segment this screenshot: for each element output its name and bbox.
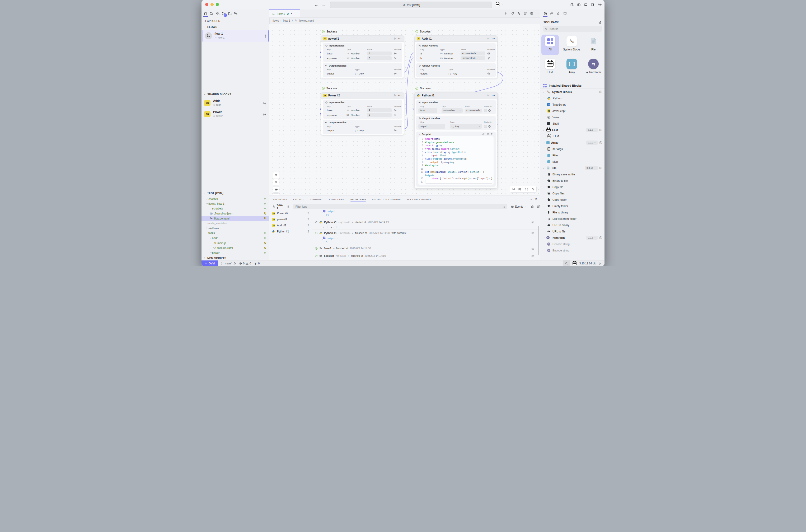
info-icon[interactable]: ⓘ bbox=[599, 236, 602, 240]
account-chevron-icon[interactable] bbox=[501, 4, 503, 6]
activity-key-icon[interactable] bbox=[234, 11, 238, 16]
value-field[interactable]: <connected> bbox=[461, 52, 485, 55]
category-system-blocks[interactable]: System Blocks bbox=[563, 36, 580, 51]
handle-row-output[interactable]: output {..}Any bbox=[418, 124, 494, 129]
node-addr1[interactable]: JS Addr #1 ··· Input Handles KeyTypeValu… bbox=[414, 35, 498, 79]
node-addr1-header[interactable]: JS Addr #1 ··· bbox=[415, 36, 497, 42]
category-llm[interactable]: LLM bbox=[541, 59, 559, 74]
block-encode-string[interactable]: ⇆Encode string bbox=[540, 247, 604, 253]
tree-item-tasks[interactable]: tasks bbox=[202, 231, 269, 235]
comment-icon[interactable] bbox=[531, 248, 534, 250]
log-scrollbar[interactable] bbox=[538, 226, 539, 255]
node-more-icon[interactable]: ··· bbox=[398, 94, 402, 97]
log-node-power2[interactable]: JS Power #22 bbox=[269, 210, 312, 216]
log-node-power1[interactable]: JS power#12 bbox=[269, 216, 312, 223]
block-url-to-binary[interactable]: URL to binary bbox=[540, 222, 604, 228]
add-output-handle-icon[interactable] bbox=[491, 117, 494, 120]
tree-item-node-modules[interactable]: node_modules bbox=[202, 221, 269, 226]
chevron-down-icon[interactable] bbox=[524, 206, 526, 208]
layout-grid-icon[interactable] bbox=[570, 3, 574, 6]
breadcrumb-file[interactable]: flow.oo.yaml bbox=[299, 19, 314, 22]
node-run-icon[interactable] bbox=[394, 94, 396, 97]
breadcrumb[interactable]: flows› flow-1› flow.oo.yaml bbox=[269, 17, 540, 24]
open-external-icon[interactable] bbox=[491, 133, 494, 135]
npm-scripts-section-header[interactable]: NPM SCRIPTS bbox=[202, 256, 269, 260]
gift-tab-icon[interactable] bbox=[550, 12, 554, 16]
events-label[interactable]: Events bbox=[515, 205, 523, 208]
account-rabbit-icon[interactable] bbox=[496, 3, 500, 6]
log-node-addr1[interactable]: JS Addr #12 bbox=[269, 223, 312, 228]
tab-flow-logs[interactable]: FLOW LOGS bbox=[350, 195, 366, 203]
log-kv-output-5[interactable]: output: bbox=[322, 237, 339, 240]
activity-blocks-icon[interactable] bbox=[215, 11, 220, 16]
log-row-session-finished[interactable]: Session fc597a9c » finished at 2025/6/3 … bbox=[312, 254, 540, 257]
status-app-badge[interactable]: OVM bbox=[202, 261, 218, 266]
group-llm[interactable]: LLM 0.2.6 ⓘ bbox=[540, 127, 604, 133]
handle-row-base[interactable]: base 123Number 4 bbox=[325, 108, 400, 113]
type-select[interactable]: {..}Any bbox=[450, 124, 482, 129]
tab-output[interactable]: OUTPUT bbox=[293, 195, 304, 203]
handle-row-output[interactable]: output {..}Any bbox=[325, 128, 400, 133]
tree-item-power[interactable]: power bbox=[202, 250, 269, 255]
toggle-bottom-panel-icon[interactable] bbox=[584, 3, 588, 6]
transform-version-select[interactable]: 0.0.3 bbox=[586, 235, 598, 240]
toolpack-tab-icon[interactable] bbox=[543, 12, 547, 16]
log-node-python1[interactable]: Python #12 bbox=[269, 228, 312, 234]
type-select[interactable]: 123Number bbox=[442, 108, 463, 113]
handle-row-base[interactable]: base 123Number 3 bbox=[325, 51, 400, 56]
handle-row-output[interactable]: output {..}Any bbox=[418, 71, 494, 76]
flow-canvas[interactable]: Success JS power#1 ··· Input Handles Key… bbox=[269, 24, 540, 195]
tab-problems[interactable]: PROBLEMS bbox=[273, 195, 287, 203]
activity-files-icon[interactable] bbox=[203, 11, 208, 16]
handle-row-a[interactable]: a 123Number <connected> bbox=[418, 51, 494, 56]
value-field[interactable]: 3 bbox=[367, 52, 392, 55]
node-python1-header[interactable]: Python #1 ··· bbox=[415, 92, 497, 98]
block-python[interactable]: Python bbox=[540, 95, 604, 101]
comment-icon[interactable] bbox=[531, 221, 534, 224]
toggle-panel-icon[interactable] bbox=[512, 188, 515, 191]
zoom-in-button[interactable] bbox=[273, 172, 279, 178]
log-outline-icon[interactable] bbox=[287, 205, 290, 208]
window-close-button[interactable] bbox=[205, 3, 208, 6]
toggle-right-panel-icon[interactable] bbox=[591, 3, 594, 6]
shared-block-addr[interactable]: JS Addr ◇ addr bbox=[202, 98, 269, 108]
log-flow-selector[interactable]: flow-1 bbox=[277, 203, 284, 210]
block-copy-folder[interactable]: Copy folder bbox=[540, 196, 604, 203]
block-value[interactable]: Value bbox=[540, 114, 604, 120]
zoom-out-button[interactable] bbox=[273, 179, 279, 186]
split-editor-icon[interactable] bbox=[530, 12, 533, 15]
activity-search-icon[interactable] bbox=[209, 11, 214, 16]
info-icon[interactable]: ⓘ bbox=[599, 141, 602, 145]
handle-gear-icon[interactable] bbox=[394, 52, 397, 55]
edit-scriptlet-icon[interactable] bbox=[482, 133, 485, 135]
handle-row-output[interactable]: output {..}Any bbox=[325, 71, 400, 76]
canvas-settings-gear-icon[interactable] bbox=[532, 188, 535, 191]
block-empty-folder[interactable]: Empty folder bbox=[540, 203, 604, 209]
node-more-icon[interactable]: ··· bbox=[398, 37, 402, 40]
tab-terminal[interactable]: TERMINAL bbox=[310, 195, 323, 203]
handle-row-exponent[interactable]: exponent 123Number 2 bbox=[325, 113, 400, 117]
toolpack-search-input[interactable] bbox=[549, 27, 600, 31]
node-more-icon[interactable]: ··· bbox=[492, 37, 495, 40]
panel-close-icon[interactable]: × bbox=[535, 197, 537, 201]
tree-item-vscode[interactable]: .vscode bbox=[202, 196, 269, 201]
flow-list-item[interactable]: flow-1 flow-1 bbox=[203, 30, 269, 42]
flows-section-header[interactable]: FLOWS bbox=[204, 26, 217, 28]
tab-flow-1[interactable]: Flow 1 U × bbox=[269, 10, 300, 17]
filter-logs-input[interactable] bbox=[295, 205, 502, 208]
tree-item-flow-ui-json[interactable]: .flow.ui.oo.jsonU bbox=[202, 211, 269, 216]
bell-icon[interactable] bbox=[598, 262, 601, 265]
handle-gear-icon[interactable] bbox=[488, 125, 491, 128]
log-row-python-started[interactable]: Python #1 +python#1 » started at 2025/6/… bbox=[312, 221, 540, 224]
llm-version-select[interactable]: 0.2.6 bbox=[586, 128, 598, 132]
nav-back-icon[interactable]: ← bbox=[314, 3, 318, 7]
key-field[interactable]: output bbox=[418, 124, 445, 129]
handle-gear-icon[interactable] bbox=[394, 109, 397, 112]
info-icon[interactable]: ⓘ bbox=[599, 128, 602, 132]
log-kv-output-25[interactable]: output: bbox=[322, 210, 339, 213]
minimap-icon[interactable] bbox=[518, 188, 522, 191]
status-runtime[interactable]: 3.10.12 64-bit bbox=[579, 262, 596, 265]
block-typescript[interactable]: TSTypeScript bbox=[540, 101, 604, 108]
category-file[interactable]: File bbox=[585, 36, 602, 51]
log-entries[interactable]: output: 25 Python #1 +python#1 » started… bbox=[312, 210, 540, 261]
